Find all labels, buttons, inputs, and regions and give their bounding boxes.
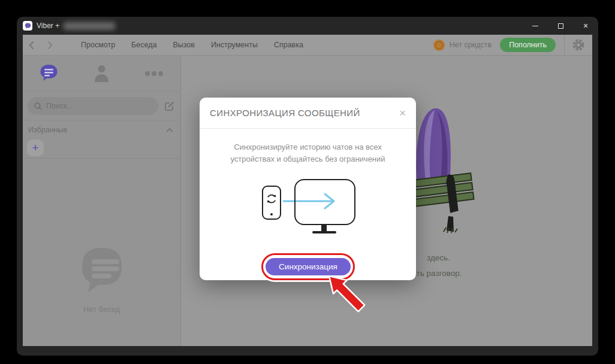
dialog-header: СИНХРОНИЗАЦИЯ СООБЩЕНИЙ × (200, 98, 416, 129)
favorites-collapse-button[interactable] (166, 128, 173, 132)
coin-icon (433, 40, 445, 51)
favorites-section: Избранные + (23, 121, 180, 159)
title-bar: Viber + × (17, 17, 598, 35)
empty-chats-state: Нет бесед (23, 247, 180, 314)
settings-button[interactable] (565, 38, 592, 51)
sidebar: Поиск... Избранные (23, 56, 181, 346)
gear-icon (572, 38, 585, 51)
search-input[interactable]: Поиск... (28, 97, 158, 115)
dialog-title: СИНХРОНИЗАЦИЯ СООБЩЕНИЙ (210, 108, 360, 118)
empty-chats-label: Нет бесед (23, 305, 180, 314)
compose-icon (165, 101, 174, 111)
maximize-button[interactable] (548, 17, 573, 35)
sync-arrows-icon (265, 192, 278, 205)
menu-bar: Просмотр Беседа Вызов Инструменты Справк… (23, 35, 592, 56)
dialog-body-line-2: устройствах и общайтесь без ограничений (200, 153, 416, 165)
search-row: Поиск... (23, 92, 180, 120)
dialog-body: Синхронизируйте историю чатов на всех ус… (200, 141, 416, 165)
compose-button[interactable] (165, 101, 174, 111)
search-icon (34, 102, 42, 110)
menu-item-tools[interactable]: Инструменты (211, 41, 258, 49)
chat-bubble-icon (40, 64, 58, 84)
menu-item-call[interactable]: Вызов (173, 41, 195, 49)
dialog-body-line-1: Синхронизируйте историю чатов на всех (200, 141, 416, 153)
chevron-up-icon (166, 128, 173, 132)
add-favorite-button[interactable]: + (27, 139, 44, 156)
person-icon (94, 65, 110, 83)
maximize-icon (558, 23, 563, 29)
balance-label: Нет средств (450, 41, 492, 49)
phone-icon (262, 186, 281, 220)
monitor-icon (294, 179, 355, 225)
sync-button[interactable]: Синхронизация (266, 258, 351, 275)
empty-chat-bubble-icon (80, 247, 124, 295)
close-button[interactable]: × (573, 17, 598, 35)
ellipsis-icon (144, 71, 164, 77)
tab-chats[interactable] (23, 64, 76, 84)
favorites-label: Избранные (28, 126, 67, 134)
monitor-base (312, 231, 336, 233)
menu-item-view[interactable]: Просмотр (81, 41, 115, 49)
monitor-stand (321, 225, 327, 231)
nav-back-button[interactable] (29, 41, 34, 50)
menu-item-help[interactable]: Справка (274, 41, 303, 49)
menu-item-chat[interactable]: Беседа (131, 41, 156, 49)
sync-dialog: СИНХРОНИЗАЦИЯ СООБЩЕНИЙ × Синхронизируйт… (200, 98, 416, 280)
topup-button[interactable]: Пополнить (500, 38, 556, 52)
tab-contacts[interactable] (76, 65, 128, 83)
minimize-icon (532, 26, 538, 26)
search-placeholder: Поиск... (46, 102, 73, 110)
tab-more[interactable] (128, 71, 180, 77)
sidebar-tabs (23, 56, 180, 92)
hint-line-1: здесь. (427, 253, 450, 262)
dialog-close-button[interactable]: × (399, 107, 406, 119)
mascot-illustration (412, 105, 480, 236)
window-title: Viber + (37, 22, 59, 30)
close-icon: × (583, 22, 588, 30)
phone-home-dot (270, 213, 273, 216)
nav-forward-button[interactable] (47, 41, 53, 50)
close-icon: × (399, 107, 406, 119)
sync-illustration (200, 177, 416, 242)
minimize-button[interactable] (523, 17, 548, 35)
redacted-phone-number (64, 22, 115, 30)
viber-logo-icon (23, 21, 32, 31)
